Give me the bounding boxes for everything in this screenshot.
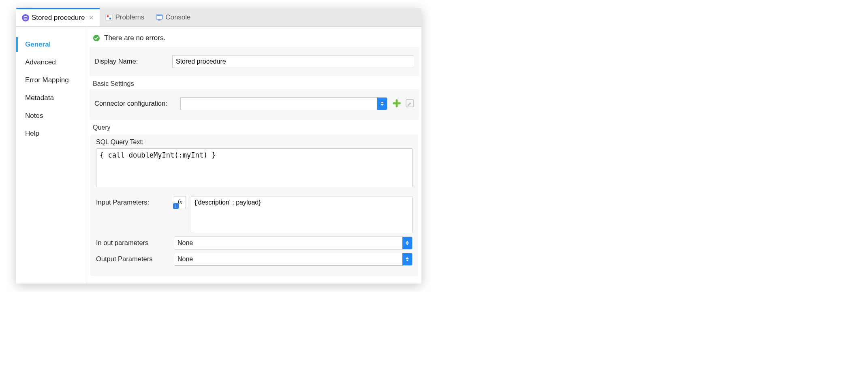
sidebar-item-notes[interactable]: Notes (16, 109, 87, 123)
status-row: There are no errors. (87, 32, 421, 47)
input-parameters-text[interactable] (191, 196, 413, 233)
sql-text-label: SQL Query Text: (96, 139, 413, 146)
svg-rect-9 (393, 102, 401, 104)
check-circle-icon (93, 34, 100, 42)
inout-params-select[interactable]: None (174, 237, 413, 249)
tab-label: Problems (115, 13, 144, 21)
svg-rect-5 (158, 19, 160, 20)
sidebar-item-label: Help (25, 130, 39, 137)
basic-settings-title: Basic Settings (91, 80, 421, 89)
close-icon[interactable]: ✕ (89, 14, 94, 21)
display-name-input[interactable] (172, 55, 414, 68)
display-name-label: Display Name: (94, 55, 167, 65)
problems-icon (105, 14, 113, 21)
console-icon (156, 14, 163, 21)
svg-point-2 (107, 15, 109, 17)
sidebar-item-error-mapping[interactable]: Error Mapping (16, 73, 87, 87)
input-params-label: Input Parameters: (96, 196, 169, 206)
output-params-label: Output Parameters (96, 253, 169, 263)
svg-rect-6 (157, 15, 162, 16)
plus-icon (392, 99, 401, 108)
chevron-updown-icon (377, 98, 387, 110)
pencil-icon (405, 99, 414, 108)
query-title: Query (91, 124, 421, 133)
inout-params-value: None (177, 239, 193, 247)
sidebar-item-advanced[interactable]: Advanced (16, 55, 87, 70)
sidebar-item-help[interactable]: Help (16, 126, 87, 141)
sidebar-item-label: Advanced (25, 58, 56, 66)
info-icon: i (173, 203, 179, 209)
sidebar-item-metadata[interactable]: Metadata (16, 91, 87, 105)
tab-bar: Stored procedure ✕ Problems Console (16, 8, 421, 27)
tab-console[interactable]: Console (150, 8, 196, 26)
edit-button[interactable] (405, 99, 414, 108)
sidebar-item-label: Metadata (25, 94, 54, 102)
editor-panel: Stored procedure ✕ Problems Console Gene… (16, 8, 421, 284)
sidebar-item-general[interactable]: General (16, 37, 87, 52)
tab-problems[interactable]: Problems (100, 8, 150, 26)
svg-rect-1 (106, 14, 112, 21)
sidebar-item-label: Error Mapping (25, 76, 69, 84)
main-form: There are no errors. Display Name: Basic… (87, 27, 421, 284)
status-message: There are no errors. (104, 34, 165, 42)
output-params-select[interactable]: None (174, 253, 413, 266)
sql-query-text[interactable] (96, 148, 413, 187)
svg-point-3 (109, 17, 111, 19)
chevron-updown-icon (402, 237, 412, 249)
database-icon (22, 14, 29, 21)
sidebar: General Advanced Error Mapping Metadata … (16, 27, 87, 284)
tab-stored-procedure[interactable]: Stored procedure ✕ (16, 8, 100, 26)
add-button[interactable] (392, 99, 401, 108)
output-params-value: None (177, 256, 193, 263)
chevron-updown-icon (402, 253, 412, 265)
svg-point-0 (24, 16, 27, 17)
sidebar-item-label: Notes (25, 112, 43, 119)
connector-config-select[interactable] (180, 97, 387, 110)
tab-label: Stored procedure (32, 14, 85, 22)
connector-config-label: Connector configuration: (94, 97, 175, 107)
tab-label: Console (165, 13, 190, 21)
sidebar-item-label: General (25, 41, 51, 48)
inout-params-label: In out parameters (96, 237, 169, 247)
